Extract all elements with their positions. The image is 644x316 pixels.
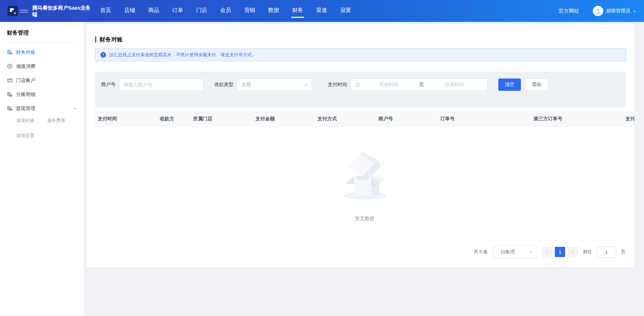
sidebar-item-store-account[interactable]: 门店账户 bbox=[7, 73, 77, 87]
sidebar-title: 财务管理 bbox=[7, 29, 77, 42]
nav-item-data[interactable]: 数据 bbox=[266, 0, 281, 22]
sidebar: 财务管理 财务对账 储值消费 bbox=[0, 22, 84, 316]
chevron-down-icon: ∨ bbox=[633, 9, 636, 13]
filter-panel: 商户号 收款类型 全部 ∨ 支付时间 bbox=[95, 72, 626, 107]
payee-type-value: 全部 bbox=[241, 82, 251, 88]
nav-item-finance[interactable]: 财务 bbox=[290, 0, 305, 22]
clear-button[interactable]: 清空 bbox=[498, 78, 521, 91]
chevron-down-icon: ∨ bbox=[529, 250, 532, 254]
start-time-placeholder[interactable]: 开始时间 bbox=[360, 82, 418, 88]
table-header-row: 支付时间 收款方 所属门店 支付金额 支付方式 商户号 订单号 第三方订单号 支… bbox=[95, 111, 634, 127]
prev-page-button[interactable]: ‹ bbox=[542, 247, 552, 257]
title-accent-bar bbox=[95, 36, 96, 42]
page-size-value: 10条/页 bbox=[500, 249, 515, 255]
goto-page-input[interactable] bbox=[597, 246, 616, 258]
nav-item-member[interactable]: 会员 bbox=[218, 0, 233, 22]
end-time-placeholder[interactable]: 结束时间 bbox=[426, 82, 484, 88]
sidebar-item-label: 提现管理 bbox=[16, 106, 35, 112]
current-page-button[interactable]: 1 bbox=[555, 247, 565, 257]
sidebar-item-label: 分账明细 bbox=[16, 92, 35, 98]
sidebar-item-label: 储值消费 bbox=[16, 63, 35, 70]
top-nav: 首页 店铺 商品 订单 门店 会员 营销 数据 财务 渠道 设置 bbox=[98, 0, 362, 22]
sidebar-subitem-service-rate[interactable]: 服务费率 bbox=[47, 118, 65, 124]
nav-item-shop[interactable]: 店铺 bbox=[122, 0, 137, 22]
yen-circle-icon bbox=[7, 63, 13, 69]
export-button[interactable]: 导出 bbox=[525, 78, 548, 91]
nav-item-channel[interactable]: 渠道 bbox=[314, 0, 329, 22]
app-title: 腾马餐饮多商户Saas业务端 bbox=[32, 4, 94, 17]
ledger-icon bbox=[7, 49, 13, 55]
sidebar-item-stored-value[interactable]: 储值消费 bbox=[7, 59, 77, 73]
column-header: 所属门店 bbox=[193, 116, 255, 122]
clock-icon bbox=[355, 82, 360, 87]
withdraw-submenu: 提现列表 服务费率 提现设置 bbox=[16, 118, 76, 139]
topbar: 腾马餐饮多商户Saas业务端 首页 店铺 商品 订单 门店 会员 营销 数据 财… bbox=[0, 0, 644, 22]
column-header: 商户号 bbox=[379, 116, 440, 122]
nav-item-store[interactable]: 门店 bbox=[194, 0, 209, 22]
logo-subtext bbox=[20, 9, 28, 14]
avatar-icon bbox=[593, 6, 603, 16]
column-header: 支付方式 bbox=[318, 116, 379, 122]
sidebar-item-reconciliation[interactable]: 财务对账 bbox=[7, 45, 77, 59]
main-content: 财务对账 ! 仅汇总线上支付渠道的交易流水，不统计使用余额支付、现金支付等方式。… bbox=[84, 22, 644, 316]
merchant-id-input[interactable] bbox=[119, 78, 204, 91]
ledger-icon bbox=[7, 106, 13, 111]
page-title: 财务对账 bbox=[95, 36, 626, 43]
column-header: 支付金额 bbox=[255, 116, 318, 122]
empty-state: 暂无数据 bbox=[95, 127, 634, 240]
content-card: 财务对账 ! 仅汇总线上支付渠道的交易流水，不统计使用余额支付、现金支付等方式。… bbox=[87, 24, 634, 267]
notice-banner: ! 仅汇总线上支付渠道的交易流水，不统计使用余额支付、现金支付等方式。 bbox=[95, 48, 626, 61]
column-header: 支付时间 bbox=[98, 116, 160, 122]
bank-card-icon bbox=[7, 77, 13, 83]
column-header: 订单号 bbox=[440, 116, 534, 122]
total-count-label: 共 0 条 bbox=[474, 249, 488, 255]
chevron-down-icon: ∨ bbox=[305, 82, 308, 87]
page-size-select[interactable]: 10条/页 ∨ bbox=[492, 246, 537, 258]
empty-text: 暂无数据 bbox=[355, 216, 374, 222]
column-header: 第三方订单号 bbox=[534, 116, 625, 122]
pay-time-label: 支付时间 bbox=[328, 82, 347, 88]
data-table: 支付时间 收款方 所属门店 支付金额 支付方式 商户号 订单号 第三方订单号 支… bbox=[95, 111, 634, 240]
chevron-up-icon bbox=[73, 107, 77, 111]
nav-item-marketing[interactable]: 营销 bbox=[242, 0, 257, 22]
nav-item-product[interactable]: 商品 bbox=[146, 0, 161, 22]
logo-icon bbox=[8, 6, 18, 16]
payee-type-select[interactable]: 全部 ∨ bbox=[237, 78, 312, 91]
range-separator: 至 bbox=[418, 82, 426, 88]
column-header: 支付 bbox=[625, 116, 634, 122]
sidebar-item-split-detail[interactable]: 分账明细 bbox=[7, 87, 77, 101]
notice-text: 仅汇总线上支付渠道的交易流水，不统计使用余额支付、现金支付等方式。 bbox=[109, 52, 256, 58]
username-label: 超级管理员 bbox=[606, 8, 630, 14]
user-menu[interactable]: 超级管理员 ∨ bbox=[593, 6, 636, 16]
page-unit-label: 页 bbox=[621, 249, 625, 255]
nav-item-home[interactable]: 首页 bbox=[98, 0, 113, 22]
sidebar-subitem-withdraw-list[interactable]: 提现列表 bbox=[16, 118, 34, 124]
sidebar-divider bbox=[7, 42, 77, 42]
pagination: 共 0 条 10条/页 ∨ ‹ 1 › 前往 页 bbox=[95, 240, 634, 258]
nav-item-order[interactable]: 订单 bbox=[170, 0, 185, 22]
merchant-id-label: 商户号 bbox=[101, 82, 116, 88]
sidebar-item-label: 门店账户 bbox=[16, 77, 35, 84]
info-icon: ! bbox=[100, 52, 106, 58]
next-page-button[interactable]: › bbox=[568, 247, 578, 257]
official-website-link[interactable]: 官方网站 bbox=[559, 8, 579, 14]
empty-box-illustration bbox=[336, 146, 394, 203]
goto-label: 前往 bbox=[583, 249, 592, 255]
payee-type-label: 收款类型 bbox=[214, 82, 234, 88]
sidebar-subitem-withdraw-settings[interactable]: 提现设置 bbox=[16, 133, 34, 139]
ledger-icon bbox=[7, 92, 13, 97]
column-header: 收款方 bbox=[160, 116, 193, 122]
pay-time-range-picker[interactable]: 开始时间 至 结束时间 bbox=[350, 78, 488, 91]
nav-item-settings[interactable]: 设置 bbox=[338, 0, 353, 22]
app-logo: 腾马餐饮多商户Saas业务端 bbox=[8, 4, 94, 17]
sidebar-item-label: 财务对账 bbox=[16, 49, 35, 56]
sidebar-item-withdraw-manage[interactable]: 提现管理 bbox=[7, 101, 77, 116]
